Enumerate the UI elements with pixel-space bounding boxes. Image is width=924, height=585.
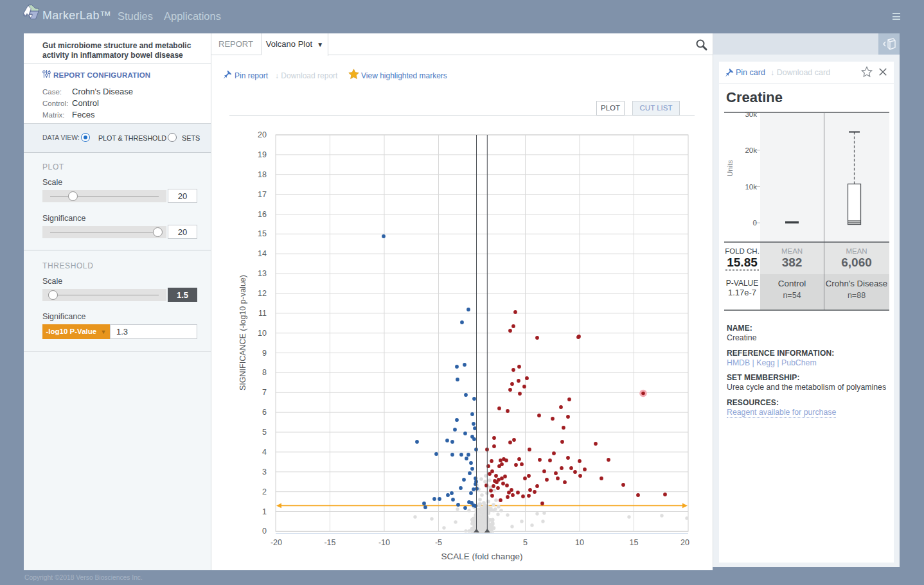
svg-text:3: 3: [262, 467, 267, 476]
svg-text:7: 7: [262, 388, 267, 397]
svg-text:20: 20: [680, 538, 689, 547]
svg-text:-20: -20: [271, 538, 282, 547]
svg-text:6,060: 6,060: [841, 256, 872, 269]
svg-text:17: 17: [258, 190, 267, 199]
svg-text:-5: -5: [435, 538, 442, 547]
svg-text:0: 0: [753, 219, 757, 227]
svg-text:P-VALUE: P-VALUE: [726, 279, 758, 288]
svg-text:15: 15: [630, 538, 639, 547]
svg-text:11: 11: [258, 309, 267, 318]
svg-text:15: 15: [258, 229, 267, 238]
svg-text:9: 9: [262, 349, 267, 358]
svg-text:Control: Control: [778, 279, 806, 288]
svg-text:12: 12: [258, 289, 267, 298]
svg-text:10: 10: [258, 329, 267, 338]
svg-text:30k: 30k: [745, 110, 757, 118]
svg-text:FOLD CH.: FOLD CH.: [725, 247, 760, 255]
svg-text:8: 8: [262, 368, 267, 377]
svg-text:19: 19: [258, 150, 267, 159]
svg-text:SCALE (fold change): SCALE (fold change): [441, 552, 523, 561]
svg-text:n=54: n=54: [783, 291, 801, 300]
svg-text:MEAN: MEAN: [781, 247, 803, 255]
svg-text:n=88: n=88: [848, 291, 866, 300]
svg-text:-10: -10: [378, 538, 390, 547]
svg-text:5: 5: [262, 428, 267, 437]
svg-text:SIGNIFICANCE (-log10 p-value): SIGNIFICANCE (-log10 p-value): [238, 275, 247, 390]
svg-text:Crohn's Disease: Crohn's Disease: [826, 279, 887, 288]
svg-text:13: 13: [258, 269, 267, 278]
svg-text:5: 5: [523, 538, 528, 547]
svg-text:382: 382: [782, 256, 803, 269]
svg-text:MEAN: MEAN: [846, 247, 867, 255]
svg-text:20k: 20k: [745, 146, 757, 154]
svg-text:1: 1: [262, 507, 267, 516]
svg-text:4: 4: [262, 448, 267, 457]
svg-text:6: 6: [262, 408, 267, 417]
svg-text:0: 0: [262, 527, 267, 536]
svg-text:15.85: 15.85: [727, 256, 758, 269]
svg-text:10: 10: [575, 538, 584, 547]
svg-text:14: 14: [258, 249, 267, 258]
svg-text:2: 2: [262, 487, 267, 496]
svg-text:20: 20: [258, 130, 267, 139]
svg-text:16: 16: [258, 210, 267, 219]
svg-text:Units: Units: [726, 160, 734, 177]
svg-text:1.17e-7: 1.17e-7: [728, 288, 756, 297]
svg-text:-15: -15: [324, 538, 335, 547]
svg-text:10k: 10k: [745, 183, 757, 191]
svg-text:18: 18: [258, 170, 267, 179]
